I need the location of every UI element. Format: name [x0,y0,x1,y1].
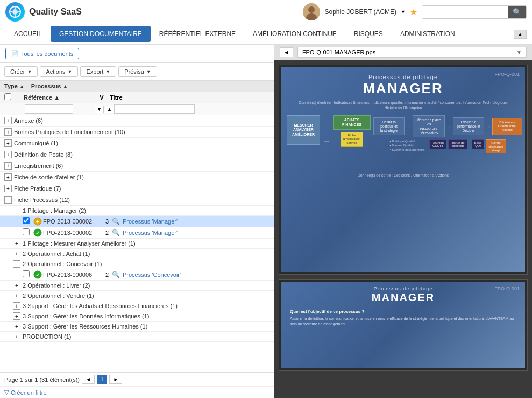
expand-icon[interactable]: − [13,207,20,214]
doc-title-link[interactable]: Processus 'Concevoir' [123,271,269,278]
actions-button[interactable]: Actions ▼ [40,66,78,77]
nav-amelioration-continue[interactable]: AMÉLIORATION CONTINUE [244,26,345,42]
favorite-icon[interactable]: ★ [410,7,417,17]
doc-search-icon[interactable]: 🔍 [112,229,123,236]
search-button[interactable]: 🔍 [508,6,526,18]
row-checkbox[interactable] [23,228,30,235]
expand-icon[interactable]: + [4,173,12,181]
col-processus-header[interactable]: Processus ▲ [31,83,68,89]
expand-icon[interactable]: + [13,333,20,340]
list-item[interactable]: + PRODUCTION (1) [0,332,274,342]
doc-title-link[interactable]: Processus 'Manager' [123,218,269,225]
filter-v-down-button[interactable]: ▼ [95,106,104,113]
expand-icon[interactable]: + [4,117,12,124]
doc-check[interactable] [23,228,32,237]
group-label: Fiche Processus (12) [14,197,70,203]
expand-icon[interactable]: + [13,302,20,310]
expand-icon[interactable]: + [4,185,12,192]
expand-icon[interactable]: + [4,139,12,147]
list-item[interactable]: − 1 Pilotage : Manager (2) [0,206,274,216]
ref-filter-input[interactable] [25,104,73,114]
doc-search-icon[interactable]: 🔍 [112,271,123,278]
filter-ref-field [25,104,95,114]
nav-gestion-documentaire[interactable]: GESTION DOCUMENTAIRE [51,26,151,42]
list-item[interactable]: + 3 Support : Gérer les Achats et Ressou… [0,301,274,311]
nav-risques[interactable]: RISQUES [345,26,392,42]
create-filter-link[interactable]: ▽ Créer un filtre [0,386,274,398]
th-ref-sort-icon: ▲ [54,94,60,101]
list-item[interactable]: − Fiche Processus (12) [0,194,274,206]
th-check [4,93,15,102]
export-button[interactable]: Export ▼ [80,66,116,77]
table-row[interactable]: ✓ FPO-2013-000006 2 🔍 Processus 'Concevo… [0,269,274,281]
doc-check[interactable] [23,270,32,279]
sub-group-label: 1 Pilotage : Mesurer Analyser Améliorer … [23,240,136,247]
list-item[interactable]: + 3 Support : Gérer les Ressources Humai… [0,322,274,332]
sub-group-label: 3 Support : Gérer les Données Informatiq… [23,313,149,319]
list-item[interactable]: + 1 Pilotage : Mesurer Analyser Améliore… [0,239,274,249]
next-page-button[interactable]: ► [109,375,122,384]
document-icon: 📄 [11,50,19,57]
row-checkbox[interactable] [23,270,30,277]
create-button[interactable]: Créer ▼ [4,66,38,77]
nav-collapse-button[interactable]: ▲ [514,30,527,39]
expand-icon[interactable]: + [4,162,12,170]
current-page: 1 [97,375,108,384]
prev-page-button[interactable]: ◄ [82,375,95,384]
nav-referentiel-externe[interactable]: RÉFÉRENTIEL EXTERNE [151,26,244,42]
filter-v-up-button[interactable]: ▲ [105,106,114,113]
slide-2-ref: FPO-Q-001 [494,286,520,291]
col-type-header[interactable]: Type ▲ [4,83,25,89]
list-item[interactable]: − 2 Opérationnel : Concevoir (1) [0,259,274,269]
table-row[interactable]: ✦ FPO-2013-000002 3 🔍 Processus 'Manager… [0,216,274,227]
export-dropdown-icon: ▼ [105,69,110,74]
list-item[interactable]: + 2 Opérationnel : Livrer (2) [0,281,274,291]
list-item[interactable]: + 2 Opérationnel : Vendre (1) [0,291,274,301]
doc-check[interactable] [23,217,32,226]
list-item[interactable]: + Communiqué (1) [0,138,274,149]
preview-button[interactable]: Prévisu ▼ [118,66,157,77]
expand-icon[interactable]: + [13,240,20,247]
slide-1-processus-label: Processus de pilotage [281,74,525,80]
list-item[interactable]: + Fiche de sortie d'atelier (1) [0,172,274,183]
row-checkbox[interactable] [23,217,30,224]
expand-icon[interactable]: − [4,196,12,204]
pagination: Page 1 sur 1 (31 élément(s)) ◄ 1 ► [0,372,274,386]
table-row[interactable]: ✓ FPO-2013-000002 2 🔍 Processus 'Manager… [0,227,274,239]
expand-icon[interactable]: + [4,151,12,158]
list-item[interactable]: + 2 Opérationnel : Achat (1) [0,249,274,259]
title-filter-input[interactable] [114,104,195,114]
slide-2-inner: Processus de pilotage MANAGER FPO-Q-001 … [281,282,525,368]
expand-icon[interactable]: + [13,250,20,257]
doc-search-icon[interactable]: 🔍 [112,218,123,225]
doc-version: 3 [102,218,112,225]
expand-icon[interactable]: − [13,260,20,268]
slide-2-container: Processus de pilotage MANAGER FPO-Q-001 … [279,279,528,371]
preview-back-button[interactable]: ◄ [280,47,293,57]
user-dropdown-icon[interactable]: ▼ [401,9,406,15]
search-input[interactable] [422,6,508,18]
expand-icon[interactable]: + [4,128,12,136]
expand-icon[interactable]: + [13,323,20,330]
preview-filename-dropdown-icon[interactable]: ▼ [516,50,522,55]
list-item[interactable]: + Bonnes Pratiques de Fonctionnement (10… [0,127,274,138]
th-ref[interactable]: Référence ▲ [24,94,94,101]
svg-text:✓: ✓ [36,230,40,236]
nav-accueil[interactable]: ACCUEIL [5,26,51,42]
list-item[interactable]: + Fiche Pratique (7) [0,183,274,194]
expand-icon[interactable]: + [13,282,20,289]
list-item[interactable]: + 3 Support : Gérer les Données Informat… [0,311,274,322]
expand-icon[interactable]: + [13,292,20,299]
list-item[interactable]: + Définition de Poste (8) [0,149,274,160]
th-v[interactable]: V [94,94,110,101]
nav-administration[interactable]: ADMINISTRATION [392,26,464,42]
doc-status-icon: ✓ [32,270,43,279]
breadcrumb-button[interactable]: 📄 Tous les documents [5,48,79,59]
list-item[interactable]: + Annexe (6) [0,115,274,127]
doc-title-link[interactable]: Processus 'Manager' [123,229,269,236]
expand-icon[interactable]: + [13,312,20,320]
flow-box-evaluer: Évaluer laperformance etDécider [453,117,484,135]
select-all-checkbox[interactable] [4,93,11,100]
app-logo: Quality SaaS [5,2,82,22]
list-item[interactable]: + Enregistrement (6) [0,160,274,172]
